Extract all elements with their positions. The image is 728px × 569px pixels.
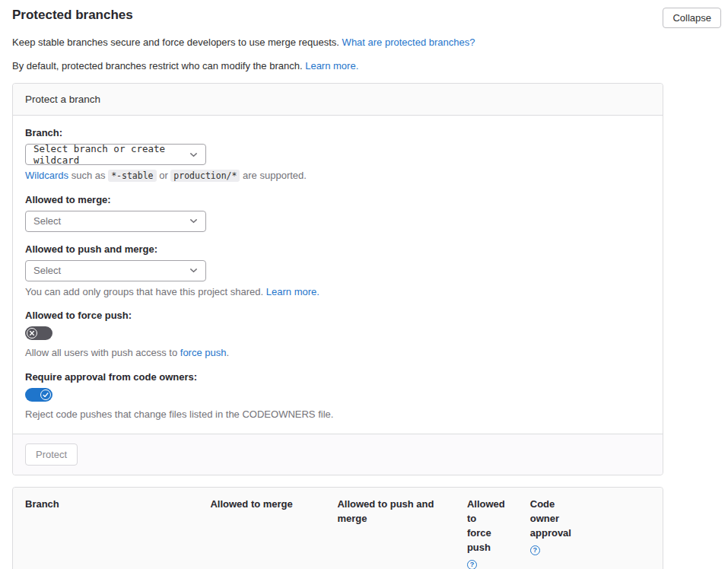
help-text-fragment: are supported.	[243, 170, 307, 181]
branch-select[interactable]: Select branch or create wildcard	[25, 144, 206, 165]
force-push-label: Allowed to force push:	[25, 310, 650, 321]
branch-select-value: Select branch or create wildcard	[33, 143, 183, 166]
header-label: Allowed to merge	[210, 498, 292, 510]
subtitle-paragraph: By default, protected branches restrict …	[0, 60, 728, 72]
header-code-owner-approval: Code owner approval ?	[518, 488, 585, 569]
help-icon[interactable]: ?	[467, 560, 477, 569]
collapse-button[interactable]: Collapse	[663, 8, 721, 28]
card-footer: Protect	[13, 434, 663, 475]
toggle-thumb	[27, 328, 37, 339]
chevron-down-icon	[189, 217, 198, 225]
wildcard-example-2: production/*	[170, 170, 240, 182]
chevron-down-icon	[189, 151, 198, 159]
code-owners-group: Require approval from code owners: Rejec…	[25, 371, 650, 421]
card-header: Protect a branch	[13, 84, 663, 116]
header-force-push: Allowed to force push?	[455, 488, 518, 569]
help-text-fragment: such as	[72, 170, 106, 181]
groups-learn-more-link[interactable]: Learn more.	[266, 286, 319, 297]
allowed-to-push-value: Select	[33, 265, 61, 276]
help-icon[interactable]: ?	[530, 545, 540, 555]
help-text-fragment: You can add only groups that have this p…	[25, 286, 263, 297]
help-text-fragment: or	[159, 170, 168, 181]
header-allowed-to-merge: Allowed to merge	[198, 488, 325, 569]
branch-help-text: Wildcards such as *-stable or production…	[25, 169, 650, 183]
intro-paragraph: Keep stable branches secure and force de…	[0, 37, 728, 48]
force-push-help: Allow all users with push access to forc…	[25, 346, 650, 360]
branch-field-group: Branch: Select branch or create wildcard…	[25, 127, 650, 183]
header-allowed-to-push: Allowed to push and merge	[325, 488, 455, 569]
protect-branch-card: Protect a branch Branch: Select branch o…	[12, 83, 663, 475]
branch-label: Branch:	[25, 127, 650, 138]
x-icon	[29, 330, 35, 336]
allowed-to-push-label: Allowed to push and merge:	[25, 243, 650, 255]
allowed-to-merge-select[interactable]: Select	[25, 211, 206, 232]
page-header: Protected branches Collapse	[0, 0, 728, 28]
header-branch: Branch	[13, 488, 198, 569]
intro-text: Keep stable branches secure and force de…	[12, 37, 339, 48]
allowed-to-merge-value: Select	[33, 215, 61, 227]
code-owners-help: Reject code pushes that change files lis…	[25, 408, 650, 421]
header-label: Code owner approval	[530, 498, 571, 539]
header-label: Allowed to push and merge	[337, 498, 434, 524]
protected-branches-table-card: Branch Allowed to merge Allowed to push …	[12, 487, 663, 569]
allowed-to-merge-group: Allowed to merge: Select	[25, 194, 650, 232]
force-push-link[interactable]: force push	[180, 347, 227, 358]
protected-branches-table: Branch Allowed to merge Allowed to push …	[13, 488, 663, 569]
header-label: Allowed to force push	[467, 498, 505, 553]
code-owners-toggle[interactable]	[25, 388, 52, 402]
check-icon	[43, 392, 49, 398]
force-push-toggle[interactable]	[25, 326, 52, 340]
toggle-thumb	[40, 389, 51, 400]
header-actions	[585, 488, 663, 569]
code-owners-label: Require approval from code owners:	[25, 371, 650, 383]
learn-more-link[interactable]: Learn more.	[305, 60, 358, 72]
table-header-row: Branch Allowed to merge Allowed to push …	[13, 488, 663, 569]
subtitle-text: By default, protected branches restrict …	[12, 60, 303, 72]
allowed-to-push-help: You can add only groups that have this p…	[25, 285, 650, 299]
allowed-to-push-group: Allowed to push and merge: Select You ca…	[25, 243, 650, 299]
help-text-fragment: Allow all users with push access to	[25, 347, 177, 358]
allowed-to-push-select[interactable]: Select	[25, 260, 206, 281]
allowed-to-merge-label: Allowed to merge:	[25, 194, 650, 205]
protect-branch-form: Branch: Select branch or create wildcard…	[13, 116, 663, 434]
chevron-down-icon	[189, 266, 198, 275]
help-text-fragment: .	[226, 347, 229, 358]
force-push-group: Allowed to force push: Allow all users w…	[25, 310, 650, 360]
wildcards-link[interactable]: Wildcards	[25, 170, 68, 181]
protect-button[interactable]: Protect	[25, 443, 78, 466]
what-are-protected-branches-link[interactable]: What are protected branches?	[342, 37, 475, 48]
header-label: Branch	[25, 498, 59, 510]
wildcard-example-1: *-stable	[108, 170, 156, 182]
page-title: Protected branches	[12, 8, 133, 23]
